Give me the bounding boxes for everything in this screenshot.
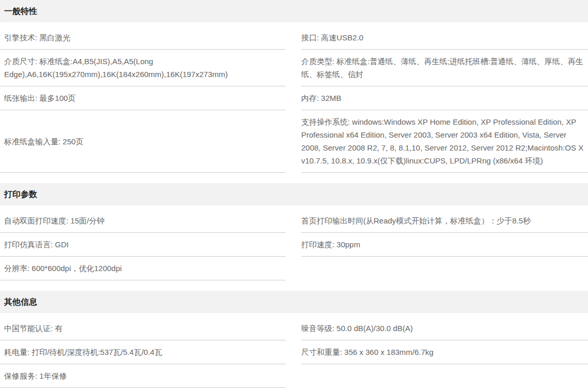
spec-text-left: 中国节能认证: 有	[4, 322, 63, 335]
spec-cell-left: 标准纸盒输入量: 250页	[0, 110, 286, 173]
spec-row: 打印仿真语言: GDI 打印速度: 30ppm	[0, 233, 588, 257]
spec-cell-left: 引擎技术: 黑白激光	[0, 26, 286, 50]
spec-section: 一般特性 引擎技术: 黑白激光 接口: 高速USB2.0 介质尺寸: 标准纸盒:…	[0, 0, 588, 173]
spec-cell-right: 首页打印输出时间(从Ready模式开始计算，标准纸盒）：少于8.5秒	[301, 209, 588, 233]
spec-section: 打印参数 自动双面打印速度: 15面/分钟 首页打印输出时间(从Ready模式开…	[0, 183, 588, 280]
spec-text-left: 标准纸盒输入量: 250页	[4, 135, 83, 148]
spec-cell-left: 打印仿真语言: GDI	[0, 233, 286, 257]
spec-text-left: 保修服务: 1年保修	[4, 369, 67, 382]
spec-text-right: 介质类型: 标准纸盒:普通纸、薄纸、再生纸;进纸托班槽:普通纸、薄纸、厚纸、再生…	[301, 55, 588, 81]
spec-cell-left: 保修服务: 1年保修	[0, 364, 286, 388]
spec-row: 介质尺寸: 标准纸盒:A4,B5(JIS),A5,A5(Long Edge),A…	[0, 50, 588, 86]
spec-text-right: 尺寸和重量: 356 x 360 x 183mm/6.7kg	[301, 346, 434, 359]
spec-cell-left: 耗电量: 打印/待机/深度待机:537瓦/5.4瓦/0.4瓦	[0, 340, 286, 364]
spec-cell-left: 分辨率: 600*600dpi，优化1200dpi	[0, 257, 286, 280]
spec-row: 引擎技术: 黑白激光 接口: 高速USB2.0	[0, 26, 588, 50]
spec-text-left: 引擎技术: 黑白激光	[4, 31, 70, 44]
spec-cell-left: 介质尺寸: 标准纸盒:A4,B5(JIS),A5,A5(Long Edge),A…	[0, 50, 286, 86]
spec-cell-right: 噪音等级: 50.0 dB(A)/30.0 dB(A)	[301, 317, 588, 340]
spec-row: 分辨率: 600*600dpi，优化1200dpi	[0, 257, 588, 280]
spec-text-left: 分辨率: 600*600dpi，优化1200dpi	[4, 262, 122, 275]
spec-text-left: 自动双面打印速度: 15面/分钟	[4, 214, 104, 227]
spec-section: 其他信息 中国节能认证: 有 噪音等级: 50.0 dB(A)/30.0 dB(…	[0, 291, 588, 388]
section-rows: 中国节能认证: 有 噪音等级: 50.0 dB(A)/30.0 dB(A) 耗电…	[0, 313, 588, 388]
spec-text-left: 纸张输出: 最多100页	[4, 92, 75, 105]
spec-row: 自动双面打印速度: 15面/分钟 首页打印输出时间(从Ready模式开始计算，标…	[0, 209, 588, 233]
spec-row: 耗电量: 打印/待机/深度待机:537瓦/5.4瓦/0.4瓦 尺寸和重量: 35…	[0, 340, 588, 364]
spec-text-left: 耗电量: 打印/待机/深度待机:537瓦/5.4瓦/0.4瓦	[4, 346, 162, 359]
spec-cell-right	[301, 364, 588, 388]
spec-text-right: 接口: 高速USB2.0	[301, 31, 363, 44]
section-rows: 引擎技术: 黑白激光 接口: 高速USB2.0 介质尺寸: 标准纸盒:A4,B5…	[0, 22, 588, 173]
spec-cell-right: 介质类型: 标准纸盒:普通纸、薄纸、再生纸;进纸托班槽:普通纸、薄纸、厚纸、再生…	[301, 50, 588, 86]
spec-text-right: 支持操作系统: windows:Windows XP Home Edition,…	[301, 115, 588, 167]
spec-cell-right: 接口: 高速USB2.0	[301, 26, 588, 50]
spec-row: 标准纸盒输入量: 250页 支持操作系统: windows:Windows XP…	[0, 110, 588, 173]
section-title: 一般特性	[0, 0, 588, 22]
spec-text-right: 内存: 32MB	[301, 92, 342, 105]
spec-text-left: 介质尺寸: 标准纸盒:A4,B5(JIS),A5,A5(Long Edge),A…	[4, 55, 286, 81]
spec-text-right: 首页打印输出时间(从Ready模式开始计算，标准纸盒）：少于8.5秒	[301, 214, 531, 227]
spec-cell-right: 尺寸和重量: 356 x 360 x 183mm/6.7kg	[301, 340, 588, 364]
section-title: 打印参数	[0, 183, 588, 205]
spec-row: 纸张输出: 最多100页 内存: 32MB	[0, 86, 588, 110]
spec-cell-left: 自动双面打印速度: 15面/分钟	[0, 209, 286, 233]
spec-cell-right: 支持操作系统: windows:Windows XP Home Edition,…	[301, 110, 588, 173]
spec-cell-right	[301, 257, 588, 280]
spec-cell-left: 纸张输出: 最多100页	[0, 86, 286, 110]
spec-text-left: 打印仿真语言: GDI	[4, 238, 69, 251]
spec-row: 中国节能认证: 有 噪音等级: 50.0 dB(A)/30.0 dB(A)	[0, 317, 588, 340]
spec-cell-right: 内存: 32MB	[301, 86, 588, 110]
spec-cell-right: 打印速度: 30ppm	[301, 233, 588, 257]
spec-sheet: 一般特性 引擎技术: 黑白激光 接口: 高速USB2.0 介质尺寸: 标准纸盒:…	[0, 0, 588, 388]
section-rows: 自动双面打印速度: 15面/分钟 首页打印输出时间(从Ready模式开始计算，标…	[0, 205, 588, 280]
spec-row: 保修服务: 1年保修	[0, 364, 588, 388]
section-title: 其他信息	[0, 291, 588, 313]
spec-text-right: 噪音等级: 50.0 dB(A)/30.0 dB(A)	[301, 322, 413, 335]
spec-text-right: 打印速度: 30ppm	[301, 238, 360, 251]
spec-cell-left: 中国节能认证: 有	[0, 317, 286, 340]
